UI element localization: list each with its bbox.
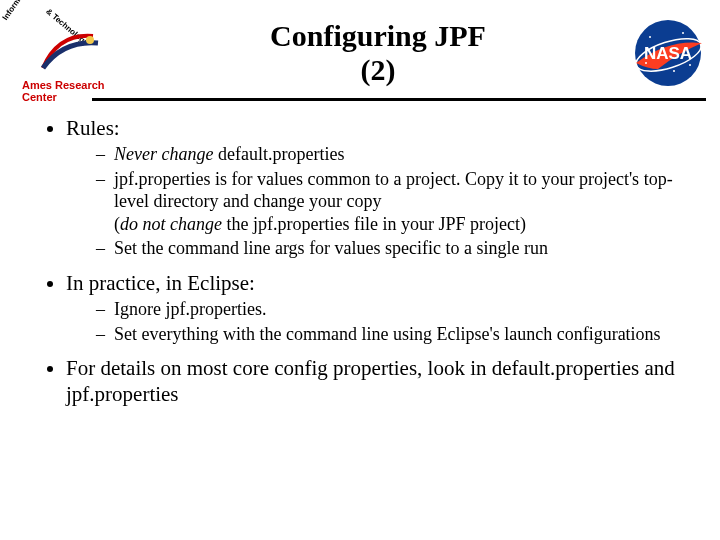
logo-center-text: Ames Research Center [22, 79, 128, 103]
svg-point-4 [682, 32, 684, 34]
svg-point-0 [86, 36, 94, 44]
bullet-rules-text: Rules: [66, 116, 120, 140]
svg-point-3 [649, 36, 651, 38]
sub-jpf-rest: the jpf.properties file in your JPF proj… [222, 214, 526, 234]
sub-never-change-rest: default.properties [213, 144, 344, 164]
bullet-eclipse: In practice, in Eclipse: Ignore jpf.prop… [66, 270, 690, 345]
nasa-meatball-icon: NASA [628, 19, 708, 87]
sub-never-change-italic: Never change [114, 144, 213, 164]
sub-set-everything: Set everything with the command line usi… [96, 323, 690, 346]
svg-point-5 [689, 64, 691, 66]
slide-title-line2: (2) [138, 53, 618, 88]
slide-body: Rules: Never change default.properties j… [0, 101, 720, 408]
sub-ignore-jpf: Ignore jpf.properties. [96, 298, 690, 321]
bullet-details-text: For details on most core config properti… [66, 356, 675, 406]
bullet-details: For details on most core config properti… [66, 355, 690, 408]
sub-jpf-italic: do not change [120, 214, 222, 234]
sub-jpf-properties-text: jpf.properties is for values common to a… [114, 169, 673, 212]
bullet-eclipse-text: In practice, in Eclipse: [66, 271, 255, 295]
sub-jpf-properties: jpf.properties is for values common to a… [96, 168, 690, 236]
swoosh-icon [38, 28, 108, 78]
title-block: Configuring JPF (2) [128, 19, 628, 88]
nasa-logo-text: NASA [644, 44, 692, 63]
sub-ignore-jpf-text: Ignore jpf.properties. [114, 299, 266, 319]
slide-header: Information Sciences & Technology Ames R… [0, 0, 720, 98]
sub-command-line: Set the command line args for values spe… [96, 237, 690, 260]
svg-point-7 [673, 70, 675, 72]
bullet-rules: Rules: Never change default.properties j… [66, 115, 690, 260]
sub-command-line-text: Set the command line args for values spe… [114, 238, 548, 258]
slide-title-line1: Configuring JPF [138, 19, 618, 54]
ames-logo: Information Sciences & Technology Ames R… [8, 13, 128, 93]
nasa-logo: NASA [628, 19, 708, 87]
sub-set-everything-text: Set everything with the command line usi… [114, 324, 661, 344]
sub-never-change: Never change default.properties [96, 143, 690, 166]
